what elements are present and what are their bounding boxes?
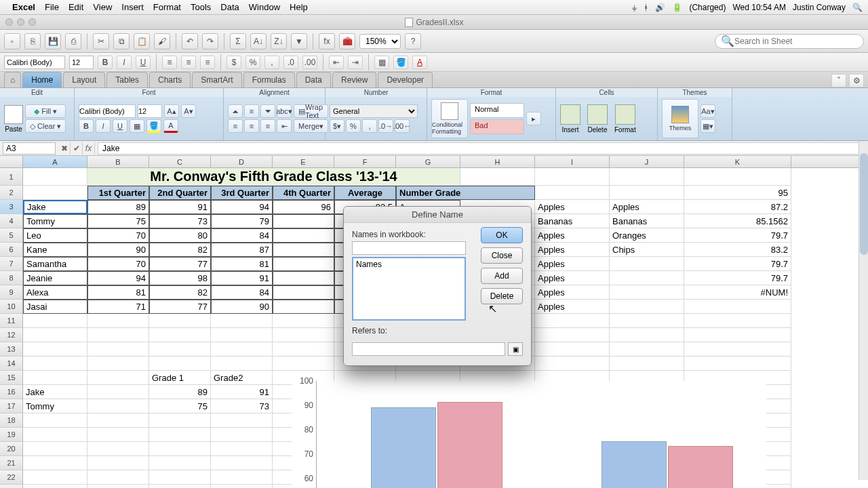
row-header[interactable]: 11 — [0, 314, 23, 328]
undo-button[interactable]: ↶ — [182, 33, 198, 49]
cell[interactable]: 77 — [149, 257, 211, 271]
refers-to-input[interactable] — [352, 342, 505, 356]
comma-btn[interactable]: , — [362, 119, 377, 133]
cell[interactable]: Bananas — [535, 214, 610, 228]
ribbon-size-select[interactable] — [138, 104, 162, 118]
dec-decimal-small[interactable]: .00 — [302, 56, 317, 69]
toolbox-button[interactable]: 🧰 — [339, 33, 355, 49]
name-box[interactable] — [3, 142, 56, 155]
col-header-J[interactable]: J — [610, 156, 684, 167]
cell[interactable] — [149, 328, 211, 342]
cell[interactable]: Tommy — [23, 399, 87, 413]
cell[interactable]: 70 — [87, 228, 149, 243]
cell[interactable] — [23, 371, 87, 385]
redo-button[interactable]: ↷ — [202, 33, 218, 49]
cell[interactable] — [149, 485, 211, 488]
status-volume-icon[interactable]: 🔊 — [655, 3, 665, 12]
name-input[interactable] — [352, 241, 466, 255]
style-bad[interactable]: Bad — [470, 119, 524, 134]
row-header[interactable]: 1 — [0, 168, 23, 186]
cell[interactable]: 73 — [211, 399, 273, 413]
cell[interactable]: 91 — [211, 385, 273, 399]
cell[interactable]: 91 — [149, 200, 211, 214]
clear-button[interactable]: ◇ Clear ▾ — [25, 119, 66, 133]
spotlight-icon[interactable]: 🔍 — [852, 3, 863, 12]
cell[interactable] — [684, 328, 791, 342]
font-color-button[interactable]: A — [163, 119, 178, 133]
menu-help[interactable]: Help — [290, 2, 308, 12]
cancel-formula-button[interactable]: ✖ — [58, 142, 71, 155]
tab-tables[interactable]: Tables — [106, 72, 148, 87]
grade1-header[interactable]: Grade 1 — [149, 371, 211, 385]
close-button[interactable]: Close — [481, 247, 523, 264]
cell[interactable]: Apples — [610, 200, 684, 214]
cell[interactable]: Jake — [23, 385, 87, 399]
tab-review[interactable]: Review — [332, 72, 376, 87]
merge-button[interactable]: Merge ▾ — [294, 119, 328, 133]
row-header[interactable]: 20 — [0, 442, 23, 456]
cell[interactable] — [23, 186, 87, 200]
format-painter-button[interactable]: 🖌 — [154, 33, 170, 49]
student-name[interactable]: Jeanie — [23, 271, 87, 285]
row-header[interactable]: 9 — [0, 285, 23, 300]
cell[interactable] — [23, 442, 87, 456]
cell[interactable]: 75 — [149, 399, 211, 413]
cell[interactable] — [23, 342, 87, 357]
tab-smartart[interactable]: SmartArt — [192, 72, 241, 87]
cell[interactable]: 89 — [87, 200, 149, 214]
dec-dec-btn[interactable]: .00← — [395, 119, 410, 133]
cell[interactable]: 90 — [87, 243, 149, 257]
zoom-select[interactable]: 150% — [359, 34, 401, 49]
orientation-button[interactable]: abc▾ — [277, 104, 292, 118]
theme-fonts-button[interactable]: Aa▾ — [701, 104, 715, 118]
ok-button[interactable]: OK — [481, 227, 523, 243]
cell[interactable] — [149, 357, 211, 371]
row-header[interactable]: 19 — [0, 428, 23, 442]
bold-button-small[interactable]: B — [98, 56, 113, 69]
shrink-font-button[interactable]: A▾ — [181, 104, 196, 118]
cell[interactable] — [273, 357, 334, 371]
cell[interactable] — [149, 413, 211, 428]
row-header[interactable]: 17 — [0, 399, 23, 413]
filter-button[interactable]: ▼ — [291, 33, 307, 49]
paste-button[interactable]: 📋 — [134, 33, 150, 49]
cell[interactable]: 75 — [87, 214, 149, 228]
fill-color-small[interactable]: 🪣 — [393, 56, 408, 69]
font-select-small[interactable] — [4, 56, 65, 69]
cell[interactable]: 79.7 — [684, 271, 791, 285]
tab-formulas[interactable]: Formulas — [243, 72, 295, 87]
sort-desc-button[interactable]: Z↓ — [271, 33, 287, 49]
menu-file[interactable]: File — [45, 2, 59, 12]
cell[interactable]: 73 — [149, 214, 211, 228]
cell[interactable]: 87 — [211, 243, 273, 257]
accept-formula-button[interactable]: ✔ — [71, 142, 83, 155]
cell[interactable] — [87, 342, 149, 357]
align-left-small[interactable]: ≡ — [162, 56, 177, 69]
row-header[interactable]: 14 — [0, 357, 23, 371]
names-list[interactable]: Names — [352, 257, 466, 321]
cell[interactable] — [211, 342, 273, 357]
cell[interactable] — [23, 357, 87, 371]
align-center[interactable]: ≡ — [244, 119, 259, 133]
cell[interactable] — [535, 328, 610, 342]
cell[interactable]: 84 — [211, 285, 273, 300]
italic-button[interactable]: I — [96, 119, 111, 133]
italic-button-small[interactable]: I — [117, 56, 132, 69]
cell[interactable] — [610, 328, 684, 342]
status-user[interactable]: Justin Conway — [793, 3, 846, 12]
format-cell-button[interactable]: Format — [614, 104, 636, 134]
cell[interactable] — [610, 300, 684, 314]
print-button[interactable]: ⎙ — [65, 33, 81, 49]
cell[interactable]: Apples — [535, 228, 610, 243]
cell[interactable]: 89 — [149, 385, 211, 399]
sheet-title[interactable]: Mr. Conway's Fifth Grade Class '13-'14 — [87, 168, 460, 186]
col-header-F[interactable]: F — [334, 156, 396, 167]
status-wifi-icon[interactable]: ⏚ — [632, 3, 637, 12]
sort-asc-button[interactable]: A↓ — [250, 33, 267, 49]
student-name[interactable]: Jasai — [23, 300, 87, 314]
cell[interactable]: 85.1562 — [684, 214, 791, 228]
cell[interactable] — [211, 456, 273, 470]
menu-insert[interactable]: Insert — [121, 2, 144, 12]
app-name[interactable]: Excel — [12, 2, 35, 12]
tab-developer[interactable]: Developer — [378, 72, 433, 87]
